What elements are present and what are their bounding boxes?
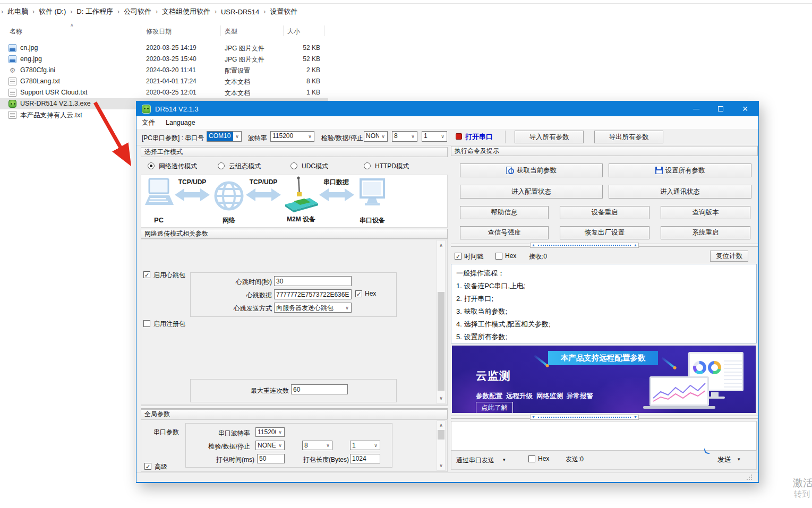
breadcrumb-item-drive[interactable]: 软件 (D:) (36, 7, 69, 16)
file-row[interactable]: cn.jpg 2020-03-25 14:19 JPG 图片文件 52 KB (0, 42, 328, 54)
chevron-down-icon: ∨ (324, 441, 332, 450)
query-version-button[interactable]: 查询版本 (661, 206, 750, 219)
heartbeat-mode-select[interactable]: 向服务器发送心跳包 ∨ (274, 303, 352, 313)
close-button[interactable]: × (733, 101, 757, 116)
menu-arrow-icon[interactable]: ▾ (503, 457, 506, 462)
menu-arrow-icon[interactable]: ▾ (738, 457, 740, 462)
pc-laptop-icon (145, 179, 174, 205)
radio-httpd-mode[interactable] (364, 162, 371, 169)
column-divider (283, 25, 284, 36)
menu-file[interactable]: 文件 (136, 118, 160, 127)
radio-cloud-mode[interactable] (218, 162, 225, 169)
pack-len-input[interactable]: 1024 (350, 454, 380, 463)
global-databits-select[interactable]: 8 ∨ (302, 441, 332, 450)
reset-count-button[interactable]: 复位计数 (710, 251, 748, 262)
heartbeat-time-input[interactable]: 30 (274, 276, 352, 286)
register-enable-checkbox[interactable] (143, 320, 150, 327)
file-row[interactable]: ⚙ G780Cfg.ini 2024-03-20 11:41 配置设置 2 KB (0, 65, 328, 76)
radio-udc-mode-label: UDC模式 (302, 162, 328, 171)
set-params-button[interactable]: 设置所有参数 (609, 163, 751, 177)
resize-grip[interactable] (751, 475, 752, 476)
parity-value: NONI (364, 132, 379, 141)
text-file-icon (8, 89, 16, 97)
breadcrumb-item-work[interactable]: D: 工作程序 (73, 7, 116, 16)
diagram-label-serialdata: 串口数据 (323, 178, 349, 186)
enter-config-button[interactable]: 进入配置状态 (460, 185, 603, 199)
breadcrumb-item-company[interactable]: 公司软件 (121, 7, 155, 16)
send-via-dropdown[interactable]: 通过串口发送 (456, 456, 494, 465)
baud-select[interactable]: 115200 ∨ (270, 131, 314, 142)
column-header-size[interactable]: 大小 (287, 27, 300, 36)
banner-laptop-graphic (649, 376, 709, 406)
global-parity-select[interactable]: NONE ∨ (255, 441, 285, 450)
device-reboot-button[interactable]: 设备重启 (560, 206, 649, 219)
menu-language[interactable]: Language (160, 119, 201, 126)
heartbeat-hex-checkbox[interactable]: ✓ (355, 290, 362, 297)
open-port-button[interactable]: 打开串口 (454, 131, 502, 143)
com-port-select[interactable]: COM10 ∨ (207, 131, 242, 142)
column-header-type[interactable]: 类型 (225, 27, 237, 36)
parity-select[interactable]: NONI ∨ (364, 131, 388, 142)
receive-hex-checkbox[interactable] (495, 253, 502, 260)
maximize-button[interactable] (708, 101, 733, 116)
global-stopbits-select[interactable]: 1 ∨ (350, 441, 380, 450)
splitter-handle[interactable]: ▼ ▼ (530, 415, 639, 420)
file-row[interactable]: Support USR Cloud.txt 2020-03-25 12:01 文… (0, 87, 328, 98)
timestamp-checkbox[interactable]: ✓ (455, 253, 461, 260)
register-enable-label: 启用注册包 (153, 320, 185, 329)
databits-select[interactable]: 8 ∨ (392, 131, 417, 142)
send-input-area[interactable] (451, 421, 757, 451)
check-icon: ✓ (146, 463, 150, 470)
breadcrumb-item-usr-dr514[interactable]: USR-DR514 (218, 8, 262, 16)
column-header-date[interactable]: 修改日期 (146, 27, 172, 36)
get-params-button[interactable]: 获取当前参数 (460, 163, 603, 177)
pack-time-input[interactable]: 50 (257, 454, 285, 463)
scrollbar-thumb[interactable] (438, 292, 445, 391)
minimize-button[interactable]: — (684, 101, 708, 116)
file-type: 文本文档 (225, 89, 250, 98)
splitter-handle[interactable]: ▲ ▲ (530, 243, 639, 248)
enter-comm-button[interactable]: 进入通讯状态 (609, 185, 751, 199)
receive-log: 一般操作流程： 1. 设备连PC串口,上电; 2. 打开串口; 3. 获取当前参… (451, 264, 757, 343)
reset-count-label: 复位计数 (716, 252, 742, 261)
import-params-button[interactable]: 导入所有参数 (515, 131, 584, 143)
scroll-down-icon[interactable]: ∨ (437, 394, 445, 402)
radio-udc-mode[interactable] (290, 162, 297, 169)
export-params-button[interactable]: 导出所有参数 (594, 131, 663, 143)
file-row[interactable]: G780Lang.txt 2021-04-01 17:24 文本文档 8 KB (0, 76, 328, 87)
scroll-down-icon[interactable]: ∨ (437, 462, 445, 470)
advanced-checkbox[interactable]: ✓ (144, 463, 151, 470)
splitter-dots (538, 245, 631, 246)
monitor-stand (711, 392, 719, 397)
file-name: cn.jpg (20, 44, 38, 51)
scroll-up-icon[interactable]: ∧ (437, 421, 445, 429)
breadcrumb-item-setup[interactable]: 设置软件 (267, 7, 301, 16)
scroll-up-icon[interactable]: ∧ (437, 242, 445, 249)
title-bar[interactable]: DR514 V2.1.3 (136, 101, 758, 116)
breadcrumb-item-docs[interactable]: 文档组使用软件 (159, 7, 213, 16)
factory-reset-button[interactable]: 恢复出厂设置 (560, 226, 649, 239)
sort-ascending-icon: ∧ (70, 22, 74, 28)
stopbits-select[interactable]: 1 ∨ (422, 131, 447, 142)
reconnect-input[interactable]: 60 (291, 384, 348, 394)
breadcrumb-item-this-pc[interactable]: 此电脑 (4, 7, 31, 16)
factory-reset-label: 恢复出厂设置 (585, 228, 625, 237)
global-baud-select[interactable]: 115200 ∨ (255, 427, 285, 437)
triangle-up-icon: ▲ (632, 243, 638, 247)
heartbeat-data-input[interactable]: 7777772E7573722E636E (274, 289, 352, 299)
radio-transparent-mode-label: 网络透传模式 (159, 162, 197, 171)
radio-transparent-mode[interactable] (148, 162, 155, 169)
reconnect-value: 60 (293, 386, 300, 393)
banner-cta-button[interactable]: 点此了解 (476, 402, 513, 413)
global-scrollbar[interactable]: ∧ ∨ (437, 420, 446, 471)
scrollbar-thumb[interactable] (438, 430, 445, 440)
heartbeat-enable-checkbox[interactable]: ✓ (143, 271, 150, 278)
system-reboot-button[interactable]: 系统重启 (661, 226, 750, 239)
column-header-name[interactable]: 名称 (10, 27, 22, 36)
signal-strength-button[interactable]: 查信号强度 (460, 226, 549, 239)
params-scrollbar[interactable]: ∧ ∨ (437, 240, 446, 404)
file-row[interactable]: eng.jpg 2020-03-25 15:40 JPG 图片文件 52 KB (0, 54, 328, 65)
help-button[interactable]: 帮助信息 (460, 206, 549, 219)
send-hex-checkbox[interactable] (528, 455, 535, 462)
send-button[interactable]: 发送 (717, 455, 731, 464)
